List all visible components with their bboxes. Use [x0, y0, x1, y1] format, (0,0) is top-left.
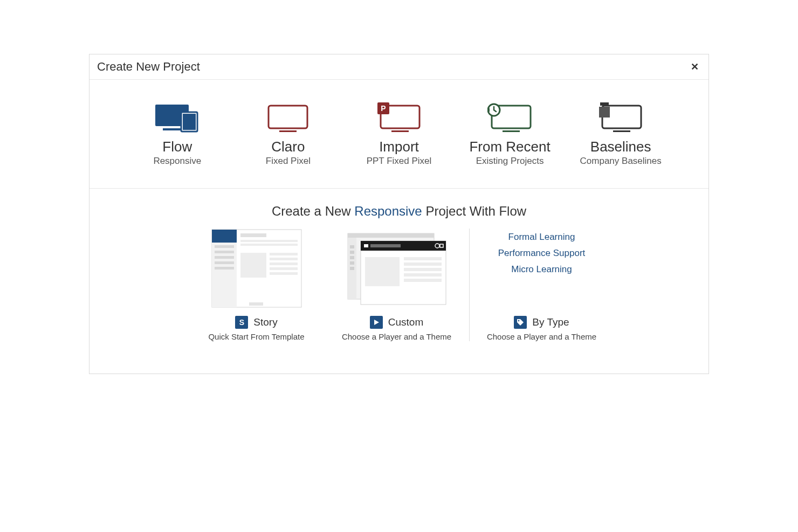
svg-rect-25 — [240, 233, 266, 237]
type-item[interactable]: Performance Support — [498, 248, 586, 259]
section-subheader: Create a New Responsive Project With Flo… — [90, 189, 708, 229]
play-icon — [370, 316, 383, 329]
svg-rect-5 — [279, 130, 297, 132]
monitor-icon — [233, 101, 344, 133]
tab-flow-title: Flow — [122, 139, 233, 155]
svg-rect-3 — [183, 114, 196, 130]
option-custom-label: Custom — [388, 316, 423, 328]
svg-rect-26 — [240, 240, 298, 242]
svg-rect-34 — [249, 302, 263, 306]
tab-import-sub: PPT Fixed Pixel — [343, 156, 455, 167]
svg-rect-41 — [350, 261, 354, 265]
subheader-prefix: Create a New — [272, 204, 354, 218]
option-bytype-label-row: By Type — [477, 316, 607, 329]
tab-flow[interactable]: Flow Responsive — [122, 101, 233, 167]
svg-rect-31 — [270, 262, 298, 265]
story-badge-icon: S — [235, 316, 248, 329]
svg-rect-49 — [365, 257, 400, 286]
type-list: Formal Learning Performance Support Micr… — [477, 229, 607, 293]
option-custom-label-row: Custom — [332, 316, 462, 329]
svg-rect-28 — [240, 253, 266, 278]
svg-rect-52 — [404, 268, 442, 271]
tab-claro-title: Claro — [233, 139, 344, 155]
close-icon[interactable]: ✕ — [691, 62, 699, 72]
history-monitor-icon — [455, 101, 566, 133]
option-divider — [469, 229, 470, 341]
svg-rect-22 — [215, 256, 234, 259]
option-story-sub: Quick Start From Template — [192, 332, 321, 341]
type-item[interactable]: Formal Learning — [508, 232, 575, 243]
svg-rect-51 — [404, 262, 442, 266]
option-story-label-row: S Story — [192, 316, 321, 329]
option-custom[interactable]: Custom Choose a Player and a Theme — [327, 229, 467, 341]
svg-rect-23 — [215, 261, 234, 264]
create-project-dialog: Create New Project ✕ Flow Responsive — [89, 54, 709, 374]
svg-rect-39 — [350, 251, 354, 254]
svg-rect-36 — [348, 233, 434, 238]
option-by-type[interactable]: Formal Learning Performance Support Micr… — [472, 229, 612, 341]
option-bytype-sub: Choose a Player and a Theme — [477, 332, 607, 341]
ppt-monitor-icon: P — [343, 101, 455, 133]
start-options: S Story Quick Start From Template — [90, 229, 708, 374]
tab-recent[interactable]: From Recent Existing Projects — [455, 101, 566, 167]
tab-flow-sub: Responsive — [122, 156, 233, 167]
tab-baselines[interactable]: Baselines Company Baselines — [565, 101, 676, 167]
svg-rect-1 — [163, 128, 181, 130]
subheader-suffix: Project With Flow — [422, 204, 526, 218]
svg-rect-46 — [370, 244, 401, 247]
story-preview-icon — [192, 229, 321, 308]
dialog-title: Create New Project — [97, 60, 200, 74]
svg-rect-20 — [215, 245, 234, 248]
project-type-tabs: Flow Responsive Claro Fixed Pixel P — [90, 80, 708, 189]
tab-import-title: Import — [343, 139, 455, 155]
svg-rect-40 — [350, 256, 354, 259]
dialog-header: Create New Project ✕ — [90, 54, 708, 80]
svg-rect-19 — [212, 230, 237, 243]
svg-rect-30 — [270, 258, 298, 260]
option-story[interactable]: S Story Quick Start From Template — [187, 229, 327, 341]
tab-import[interactable]: P Import PPT Fixed Pixel — [343, 101, 455, 167]
custom-preview-icon — [332, 229, 462, 308]
svg-rect-7 — [391, 130, 409, 132]
svg-rect-27 — [240, 244, 298, 246]
tab-baselines-title: Baselines — [565, 139, 676, 155]
type-item[interactable]: Micro Learning — [511, 264, 572, 275]
svg-rect-24 — [215, 267, 234, 270]
svg-rect-53 — [404, 273, 442, 277]
option-custom-sub: Choose a Player and a Theme — [332, 332, 462, 341]
baseline-monitor-icon — [565, 101, 676, 133]
svg-rect-29 — [270, 253, 298, 255]
tab-claro[interactable]: Claro Fixed Pixel — [233, 101, 344, 167]
subheader-highlight: Responsive — [354, 204, 422, 218]
tag-icon — [514, 316, 527, 329]
option-story-label: Story — [253, 316, 277, 328]
svg-rect-32 — [270, 267, 298, 270]
svg-point-55 — [518, 320, 520, 321]
svg-rect-15 — [600, 102, 609, 106]
svg-rect-42 — [350, 267, 354, 270]
svg-rect-4 — [269, 106, 307, 128]
tab-recent-sub: Existing Projects — [455, 156, 566, 167]
svg-rect-38 — [350, 245, 354, 248]
svg-rect-50 — [404, 257, 442, 260]
svg-rect-33 — [270, 272, 298, 275]
option-bytype-label: By Type — [532, 316, 569, 328]
svg-rect-21 — [215, 251, 234, 253]
devices-icon — [122, 101, 233, 133]
svg-rect-11 — [503, 130, 520, 132]
svg-rect-16 — [599, 107, 610, 118]
tab-claro-sub: Fixed Pixel — [233, 156, 344, 167]
svg-text:P: P — [381, 104, 386, 113]
tab-baselines-sub: Company Baselines — [565, 156, 676, 167]
svg-rect-14 — [613, 130, 630, 132]
svg-rect-45 — [364, 244, 368, 247]
svg-rect-54 — [404, 279, 442, 282]
tab-recent-title: From Recent — [455, 139, 566, 155]
